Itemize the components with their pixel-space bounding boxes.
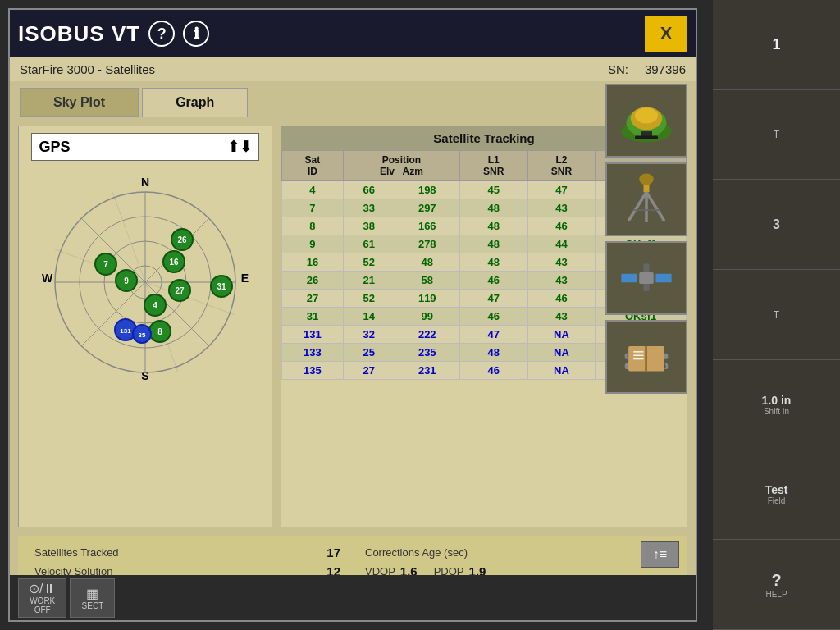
serial-number-area: SN: 397396 bbox=[608, 62, 686, 76]
svg-point-7 bbox=[639, 174, 654, 185]
cell-sat-id: 31 bbox=[282, 308, 344, 326]
svg-text:8: 8 bbox=[158, 327, 162, 336]
cell-l2: 43 bbox=[527, 253, 596, 272]
gps-selector[interactable]: GPS ⬆⬇ bbox=[31, 133, 258, 161]
tab-sky-plot[interactable]: Sky Plot bbox=[20, 88, 139, 117]
svg-text:26: 26 bbox=[177, 235, 187, 244]
cell-l2: 44 bbox=[527, 235, 596, 253]
svg-rect-14 bbox=[655, 274, 671, 283]
cell-elv: 38 bbox=[343, 217, 395, 235]
sort-button[interactable]: ↑≡ bbox=[641, 541, 679, 568]
cell-azm: 48 bbox=[395, 253, 459, 272]
panel-slot-field[interactable]: Test Field bbox=[713, 450, 840, 541]
panel-slot-3[interactable]: 3 bbox=[713, 180, 840, 270]
cell-l1: 46 bbox=[459, 272, 527, 290]
cell-azm: 235 bbox=[395, 344, 459, 362]
col-position: PositionElv Azm bbox=[343, 151, 459, 181]
tab-graph[interactable]: Graph bbox=[142, 88, 248, 117]
radar-plot: N S W E bbox=[39, 167, 252, 389]
cell-azm: 58 bbox=[395, 272, 459, 290]
satellites-tracked-label: Satellites Tracked bbox=[34, 546, 119, 559]
gps-device-button[interactable] bbox=[605, 84, 687, 158]
svg-rect-5 bbox=[635, 135, 658, 139]
panel-slot-shift[interactable]: 1.0 in Shift In bbox=[713, 360, 840, 450]
close-button[interactable]: X bbox=[645, 16, 687, 52]
corrections-age-label: Corrections Age (sec) bbox=[365, 546, 468, 559]
panel-slot-4[interactable]: T bbox=[713, 270, 840, 360]
cell-elv: 52 bbox=[343, 253, 395, 272]
svg-text:16: 16 bbox=[169, 258, 179, 267]
svg-text:35: 35 bbox=[139, 331, 146, 339]
cell-l1: 47 bbox=[459, 290, 527, 308]
cell-elv: 32 bbox=[343, 326, 395, 344]
svg-point-3 bbox=[635, 107, 658, 123]
cell-sat-id: 16 bbox=[282, 253, 344, 272]
panel-slot-1[interactable]: 1 bbox=[713, 0, 840, 90]
svg-text:7: 7 bbox=[103, 260, 108, 269]
cell-elv: 52 bbox=[343, 290, 395, 308]
cell-sat-id: 9 bbox=[282, 235, 344, 253]
cell-elv: 25 bbox=[343, 344, 395, 362]
svg-text:9: 9 bbox=[124, 276, 129, 285]
shift-in-value: 1.0 in bbox=[762, 394, 792, 407]
sect-label: SECT bbox=[82, 601, 104, 610]
tab-bar: Sky Plot Graph bbox=[10, 81, 696, 117]
cell-l1: 48 bbox=[459, 253, 527, 272]
tools-icon bbox=[618, 328, 675, 386]
svg-line-8 bbox=[628, 192, 646, 221]
help-icon[interactable]: ? bbox=[148, 21, 175, 47]
cell-l2: 43 bbox=[527, 272, 596, 290]
svg-line-10 bbox=[646, 192, 664, 221]
panel-slot-2[interactable]: T bbox=[713, 90, 840, 180]
satellite-icon bbox=[618, 249, 675, 307]
satellites-tracked-value: 17 bbox=[326, 546, 340, 559]
cell-l2: 46 bbox=[527, 290, 596, 308]
cell-sat-id: 135 bbox=[282, 362, 344, 380]
cell-l2: NA bbox=[527, 326, 596, 344]
cell-elv: 27 bbox=[343, 362, 395, 380]
cell-azm: 198 bbox=[395, 181, 459, 199]
cell-sat-id: 131 bbox=[282, 326, 344, 344]
tripod-icon bbox=[618, 171, 675, 228]
cell-l1: 48 bbox=[459, 235, 527, 253]
dropdown-arrow-icon: ⬆⬇ bbox=[227, 138, 252, 156]
svg-text:131: 131 bbox=[120, 327, 131, 335]
svg-text:27: 27 bbox=[175, 286, 185, 295]
info-icon[interactable]: ℹ bbox=[183, 21, 209, 47]
svg-text:4: 4 bbox=[153, 301, 158, 310]
cell-l1: 46 bbox=[459, 362, 527, 380]
svg-rect-12 bbox=[639, 272, 654, 284]
cell-sat-id: 27 bbox=[282, 290, 344, 308]
test-label: Test bbox=[765, 483, 788, 496]
cell-l1: 45 bbox=[459, 181, 527, 199]
help-label: HELP bbox=[765, 590, 787, 599]
cell-l2: 46 bbox=[527, 217, 596, 235]
col-sat-id: SatID bbox=[282, 151, 344, 181]
cell-azm: 99 bbox=[395, 308, 459, 326]
cell-l1: 47 bbox=[459, 326, 527, 344]
svg-rect-16 bbox=[644, 284, 650, 291]
cell-l2: 47 bbox=[527, 181, 596, 199]
gps-dome-icon bbox=[618, 92, 675, 149]
device-title: StarFire 3000 - Satellites bbox=[20, 62, 608, 76]
work-button[interactable]: ⊙/⏸ WORK OFF bbox=[18, 578, 66, 618]
field-label: Field bbox=[765, 496, 788, 505]
gps-value: GPS bbox=[39, 139, 70, 156]
tripod-button[interactable] bbox=[605, 162, 687, 236]
col-l1-snr: L1SNR bbox=[459, 151, 527, 181]
cell-azm: 222 bbox=[395, 326, 459, 344]
cell-sat-id: 8 bbox=[282, 217, 344, 235]
svg-rect-22 bbox=[645, 346, 647, 372]
cell-elv: 66 bbox=[343, 181, 395, 199]
sn-value: 397396 bbox=[645, 62, 686, 76]
satellite-button[interactable] bbox=[605, 241, 687, 315]
satellites-tracked-row: Satellites Tracked 17 bbox=[34, 546, 340, 559]
work-sublabel: OFF bbox=[34, 605, 51, 614]
sky-plot-panel: GPS ⬆⬇ N S W E bbox=[18, 126, 272, 527]
sect-button[interactable]: ▦ SECT bbox=[70, 578, 115, 618]
cell-sat-id: 7 bbox=[282, 199, 344, 217]
panel-slot-help[interactable]: ? HELP bbox=[713, 540, 840, 630]
tools-button[interactable] bbox=[605, 320, 687, 394]
cell-elv: 33 bbox=[343, 199, 395, 217]
sect-icon: ▦ bbox=[86, 586, 98, 601]
